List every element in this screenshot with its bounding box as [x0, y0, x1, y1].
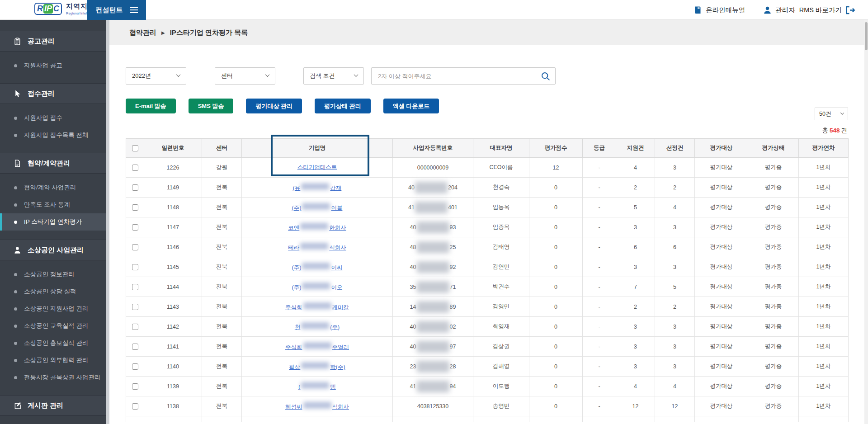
cell-score: 0: [529, 377, 583, 396]
row-checkbox[interactable]: [132, 344, 138, 350]
sidebar-item[interactable]: 소상공인 상담 실적: [0, 283, 106, 300]
company-link[interactable]: 천(주): [295, 322, 340, 331]
select-all-checkbox[interactable]: [132, 145, 138, 151]
company-link[interactable]: 주식회케미칼: [285, 302, 349, 311]
row-checkbox[interactable]: [132, 284, 138, 290]
sidebar-scrollbar[interactable]: [106, 20, 109, 424]
row-checkbox[interactable]: [132, 403, 138, 410]
company-link[interactable]: 스타기업테스트: [297, 164, 337, 171]
header-cell: 대표자명: [473, 139, 529, 158]
company-link[interactable]: 코엔한회사: [288, 223, 346, 232]
company-link[interactable]: (주)이씨: [292, 263, 343, 272]
cell-company: 테라식회사: [242, 237, 393, 257]
evaluation-target-manage-button[interactable]: 평가대상 관리: [246, 99, 302, 113]
search-input[interactable]: [372, 68, 555, 84]
search-condition-select[interactable]: 검색 조건: [303, 67, 364, 85]
page-scrollbar[interactable]: [864, 20, 868, 424]
admin-link[interactable]: 관리자: [763, 6, 795, 14]
sidebar-item[interactable]: 지원사업 접수목록 전체: [0, 127, 106, 144]
company-link[interactable]: 주식회주얼리: [285, 342, 349, 351]
row-checkbox[interactable]: [132, 244, 138, 250]
center-select[interactable]: 센터: [215, 67, 275, 85]
sidebar-item[interactable]: 소상공인 외부협력 관리: [0, 352, 106, 369]
cell-checkbox: [126, 198, 144, 217]
rms-link[interactable]: RMS 바로가기: [799, 6, 855, 14]
sidebar-section-header[interactable]: 협약/계약관리: [0, 153, 106, 174]
sidebar-item-label: 소상공인 홍보실적 관리: [24, 339, 89, 347]
online-manual-link[interactable]: 온라인매뉴얼: [693, 6, 745, 14]
sidebar-item[interactable]: IP 스타기업 연차평가: [0, 213, 106, 231]
cell-ceo: CEO이름: [473, 158, 529, 178]
evaluation-status-manage-button[interactable]: 평가상태 관리: [315, 99, 371, 113]
email-send-button[interactable]: E-mail 발송: [126, 99, 176, 113]
cell-status: 평가중: [748, 337, 799, 357]
blurred-text: [303, 302, 331, 309]
header-cell: 사업자등록번호: [393, 139, 473, 158]
sidebar-section-label: 협약/계약관리: [28, 159, 70, 168]
logout-icon[interactable]: [845, 6, 855, 14]
year-select[interactable]: 2022년: [126, 67, 186, 85]
sidebar-item[interactable]: 예비창업자 공지사항: [0, 421, 106, 424]
consultant-tab[interactable]: 컨설턴트: [87, 0, 146, 20]
sidebar-section-items: 지원사업 공고: [0, 52, 106, 83]
row-checkbox[interactable]: [132, 264, 138, 270]
row-checkbox[interactable]: [132, 383, 138, 390]
company-link[interactable]: 혜성씨식회사: [285, 402, 349, 411]
cell-serial: 1226: [144, 158, 202, 178]
sidebar-item[interactable]: 소상공인 홍보실적 관리: [0, 334, 106, 352]
sidebar-item[interactable]: 소상공인 교육실적 관리: [0, 317, 106, 334]
document-icon: [14, 160, 21, 167]
sidebar-item[interactable]: 전통시장 골목상권 사업관리: [0, 369, 106, 386]
cell-company: (주)이오: [242, 277, 393, 297]
excel-download-button[interactable]: 엑셀 다운로드: [383, 99, 439, 113]
sidebar-section-header[interactable]: 접수관리: [0, 83, 106, 104]
sidebar-section-header[interactable]: 게시판 관리: [0, 395, 106, 416]
row-checkbox[interactable]: [132, 304, 138, 310]
row-checkbox[interactable]: [132, 363, 138, 370]
sidebar-section-header[interactable]: 소상공인 사업관리: [0, 240, 106, 260]
company-link[interactable]: (템: [298, 382, 336, 391]
clipboard-icon: [14, 38, 21, 45]
company-link[interactable]: (주)이오: [292, 283, 343, 292]
company-link[interactable]: 테라식회사: [288, 243, 346, 252]
company-link[interactable]: 필상학(주): [289, 362, 345, 371]
cell-score: 0: [529, 237, 583, 257]
row-checkbox[interactable]: [132, 324, 138, 330]
company-link[interactable]: (유강재: [293, 183, 342, 192]
header-cell: 평가대상: [695, 139, 748, 158]
header-checkbox-cell: [126, 139, 144, 158]
sidebar-section-label: 소상공인 사업관리: [28, 246, 84, 254]
sidebar-item[interactable]: 지원사업 접수: [0, 109, 106, 127]
row-checkbox[interactable]: [132, 224, 138, 231]
cell-round: 1년차: [799, 377, 849, 396]
row-checkbox[interactable]: [132, 165, 138, 171]
sidebar-item[interactable]: 지원사업 공고: [0, 57, 106, 74]
search-icon[interactable]: [541, 71, 551, 81]
page-size-select[interactable]: 50건: [815, 108, 848, 120]
row-checkbox[interactable]: [132, 184, 138, 191]
sms-send-button[interactable]: SMS 발송: [189, 99, 234, 113]
breadcrumb-parent[interactable]: 협약관리: [129, 28, 156, 37]
cell-serial: 1141: [144, 337, 202, 357]
row-checkbox[interactable]: [132, 204, 138, 211]
sidebar-item[interactable]: 만족도 조사 통계: [0, 196, 106, 213]
bullet-icon: [14, 117, 17, 120]
page-scrollbar-thumb[interactable]: [865, 22, 868, 50]
cursor-icon: [14, 90, 21, 98]
company-link[interactable]: (주)이블: [292, 203, 343, 212]
cell-ceo: 김상권: [473, 337, 529, 357]
blurred-text: [300, 243, 328, 250]
breadcrumb-arrow-icon: ▶: [161, 30, 165, 35]
cell-ceo: 이도행: [473, 377, 529, 396]
hamburger-icon[interactable]: [130, 7, 138, 13]
sidebar-item[interactable]: 소상공인 지원사업 관리: [0, 300, 106, 317]
cell-selected: 3: [655, 158, 695, 178]
cell-company: 주식회주얼리: [242, 337, 393, 357]
cell-regno: 40204: [393, 178, 473, 198]
sidebar-section-header[interactable]: 공고관리: [0, 31, 106, 52]
sidebar-item[interactable]: 협약/계약 사업관리: [0, 179, 106, 196]
sidebar-item[interactable]: 소상공인 정보관리: [0, 266, 106, 283]
blurred-text: [301, 183, 329, 190]
table-row: 1141전북주식회주얼리4097김상권0-33평가대상평가중1년차: [126, 337, 849, 357]
bullet-icon: [14, 64, 17, 67]
